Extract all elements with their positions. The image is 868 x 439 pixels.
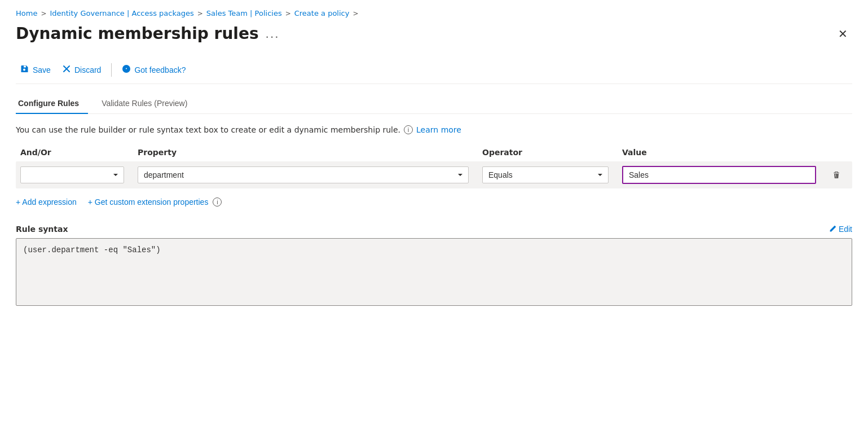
breadcrumb: Home > Identity Governance | Access pack…	[16, 9, 852, 17]
value-input[interactable]	[622, 166, 816, 184]
column-header-and-or: And/Or	[16, 148, 129, 157]
get-custom-label: + Get custom extension properties	[88, 197, 209, 207]
table-row: And Or department city country jobTitle …	[16, 161, 852, 188]
column-header-actions	[825, 148, 852, 157]
info-description: You can use the rule builder or rule syn…	[16, 125, 400, 134]
tabs: Configure Rules Validate Rules (Preview)	[16, 93, 852, 114]
edit-button[interactable]: Edit	[829, 225, 852, 234]
breadcrumb-sep-2: >	[197, 10, 203, 17]
operator-cell: Equals Not Equals Contains Not Contains …	[478, 166, 613, 183]
page-title-row: Dynamic membership rules ...	[16, 24, 280, 43]
value-cell	[618, 166, 821, 184]
feedback-icon	[122, 64, 131, 76]
more-icon[interactable]: ...	[266, 27, 280, 41]
and-or-cell: And Or	[16, 166, 129, 183]
toolbar: Save Discard Got feedback?	[16, 56, 852, 84]
toolbar-divider	[111, 63, 112, 77]
column-header-operator: Operator	[478, 148, 613, 157]
property-select[interactable]: department city country jobTitle display…	[138, 166, 469, 183]
breadcrumb-sales-team[interactable]: Sales Team | Policies	[206, 9, 282, 17]
breadcrumb-sep-1: >	[41, 10, 46, 17]
action-links: + Add expression + Get custom extension …	[16, 197, 852, 207]
feedback-label: Got feedback?	[134, 65, 186, 74]
close-button[interactable]: ✕	[834, 25, 852, 43]
add-expression-button[interactable]: + Add expression	[16, 197, 77, 207]
discard-icon	[62, 64, 71, 76]
delete-row-button[interactable]	[830, 168, 843, 182]
discard-button[interactable]: Discard	[58, 61, 105, 79]
custom-info-icon[interactable]: i	[213, 197, 222, 207]
save-button[interactable]: Save	[16, 61, 55, 79]
get-custom-extension-button[interactable]: + Get custom extension properties i	[88, 197, 222, 207]
table-header-row: And/Or Property Operator Value	[16, 148, 852, 161]
edit-label: Edit	[839, 225, 852, 234]
rule-syntax-title: Rule syntax	[16, 225, 68, 234]
learn-more-link[interactable]: Learn more	[416, 125, 461, 134]
breadcrumb-identity-governance[interactable]: Identity Governance | Access packages	[50, 9, 193, 17]
save-icon	[20, 64, 29, 76]
page-header: Dynamic membership rules ... ✕	[16, 24, 852, 43]
discard-label: Discard	[74, 65, 101, 74]
tab-configure-rules[interactable]: Configure Rules	[16, 93, 88, 113]
info-circle-icon[interactable]: i	[404, 125, 413, 134]
breadcrumb-sep-4: >	[353, 10, 358, 17]
breadcrumb-home[interactable]: Home	[16, 9, 37, 17]
breadcrumb-create-policy[interactable]: Create a policy	[294, 9, 350, 17]
edit-icon	[829, 225, 836, 233]
tab-validate-rules[interactable]: Validate Rules (Preview)	[99, 93, 196, 113]
save-label: Save	[33, 65, 51, 74]
feedback-button[interactable]: Got feedback?	[117, 61, 190, 79]
delete-cell	[825, 168, 852, 182]
rule-syntax-header: Rule syntax Edit	[16, 225, 852, 234]
delete-icon	[832, 170, 841, 179]
info-text: You can use the rule builder or rule syn…	[16, 125, 852, 134]
and-or-select[interactable]: And Or	[20, 166, 124, 183]
rule-syntax-section: Rule syntax Edit	[16, 225, 852, 308]
breadcrumb-sep-3: >	[285, 10, 291, 17]
rule-syntax-textarea[interactable]	[16, 238, 852, 306]
column-header-value: Value	[618, 148, 821, 157]
property-cell: department city country jobTitle display…	[133, 166, 473, 183]
rules-table: And/Or Property Operator Value And Or de…	[16, 148, 852, 188]
page-title: Dynamic membership rules	[16, 24, 259, 43]
operator-select[interactable]: Equals Not Equals Contains Not Contains …	[482, 166, 609, 183]
column-header-property: Property	[133, 148, 473, 157]
